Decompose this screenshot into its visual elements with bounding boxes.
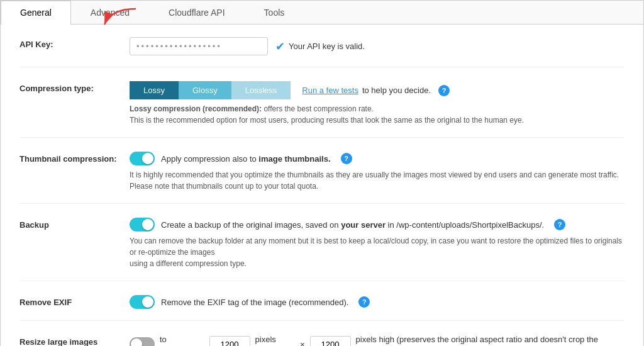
compression-type-row: Compression type: Lossy Glossy Lossless …	[19, 81, 625, 138]
remove-exif-row: Remove EXIF Remove the EXIF tag of the i…	[19, 295, 625, 321]
tab-advanced[interactable]: Advanced	[71, 1, 149, 24]
resize-prefix: to maximum	[160, 335, 204, 346]
run-tests-suffix: to help you decide.	[362, 86, 431, 95]
tab-general[interactable]: General	[1, 1, 71, 25]
exif-toggle-label: Remove the EXIF tag of the image (recomm…	[161, 298, 348, 307]
thumbnail-toggle-label: Apply compression also to image thumbnai…	[161, 154, 331, 164]
thumbnail-toggle[interactable]	[130, 152, 155, 165]
lossless-button[interactable]: Lossless	[231, 81, 291, 99]
resize-row: Resize large images to maximum pixels wi…	[19, 335, 625, 346]
resize-label: Resize large images	[19, 335, 130, 346]
resize-field: to maximum pixels wide × pixels high (pr…	[130, 335, 625, 346]
compression-type-field: Lossy Glossy Lossless Run a few tests to…	[130, 81, 625, 126]
compression-desc-bold: Lossy compression (recommended):	[130, 104, 262, 113]
resize-pixels-wide: pixels wide	[255, 335, 295, 346]
compression-help-icon[interactable]: ?	[438, 85, 450, 96]
backup-text-suffix: in /wp-content/uploads/ShortpixelBackups…	[386, 220, 544, 230]
remove-exif-field: Remove the EXIF tag of the image (recomm…	[130, 295, 625, 309]
exif-help-icon[interactable]: ?	[358, 296, 370, 308]
api-key-row: API Key: ✔ Your API key is valid.	[19, 37, 625, 67]
checkmark-icon: ✔	[275, 40, 285, 53]
exif-toggle[interactable]	[130, 295, 155, 309]
compression-desc: Lossy compression (recommended): offers …	[130, 103, 625, 126]
remove-exif-label: Remove EXIF	[19, 295, 130, 307]
thumbnail-desc1: It is highly recommended that you optimi…	[130, 170, 619, 179]
backup-field: Create a backup of the original images, …	[130, 218, 625, 269]
backup-desc: You can remove the backup folder at any …	[130, 235, 625, 269]
glossy-button[interactable]: Glossy	[179, 81, 231, 99]
api-key-label: API Key:	[19, 37, 130, 49]
thumbnail-text-bold: image thumbnails.	[258, 154, 330, 164]
api-valid-status: ✔ Your API key is valid.	[275, 40, 365, 53]
thumbnail-desc2: Please note that thumbnails count up to …	[130, 182, 318, 191]
backup-toggle[interactable]	[130, 218, 155, 232]
backup-row: Backup Create a backup of the original i…	[19, 218, 625, 281]
compression-type-label: Compression type:	[19, 81, 130, 93]
resize-suffix: pixels high (preserves the original aspe…	[356, 335, 625, 346]
backup-text-bold: your server	[341, 220, 386, 230]
backup-desc1: You can remove the backup folder at any …	[130, 237, 622, 257]
thumbnail-help-icon[interactable]: ?	[341, 153, 352, 164]
lossy-button[interactable]: Lossy	[130, 81, 179, 99]
thumbnail-desc: It is highly recommended that you optimi…	[130, 169, 625, 192]
backup-label: Backup	[19, 218, 130, 230]
resize-cross: ×	[300, 340, 305, 347]
tab-cloudflare[interactable]: Cloudflare API	[149, 1, 245, 24]
resize-width-input[interactable]	[209, 336, 250, 347]
tab-tools[interactable]: Tools	[245, 1, 304, 24]
resize-height-input[interactable]	[310, 336, 351, 347]
compression-desc2: This is the recommended option for most …	[130, 116, 524, 125]
backup-text-prefix: Create a backup of the original images, …	[161, 220, 341, 230]
api-valid-text: Your API key is valid.	[289, 42, 365, 51]
compression-tabs: Lossy Glossy Lossless	[130, 81, 291, 99]
backup-help-icon[interactable]: ?	[554, 219, 565, 230]
api-key-input[interactable]	[130, 37, 268, 55]
compression-desc1: offers the best compression rate.	[262, 104, 374, 113]
thumbnail-field: Apply compression also to image thumbnai…	[130, 152, 625, 192]
run-tests-link[interactable]: Run a few tests	[302, 86, 358, 95]
thumbnail-text-prefix: Apply compression also to	[161, 154, 258, 164]
api-key-field: ✔ Your API key is valid.	[130, 37, 625, 55]
backup-desc2: using a different compression type.	[130, 259, 247, 268]
backup-toggle-label: Create a backup of the original images, …	[161, 220, 544, 230]
thumbnail-label: Thumbnail compression:	[19, 152, 130, 164]
tabs-bar: General Advanced Cloudflare API Tools	[1, 1, 643, 25]
settings-content: API Key: ✔ Your API key is valid. Compre…	[1, 25, 643, 346]
resize-toggle[interactable]	[130, 337, 155, 346]
thumbnail-compression-row: Thumbnail compression: Apply compression…	[19, 152, 625, 204]
